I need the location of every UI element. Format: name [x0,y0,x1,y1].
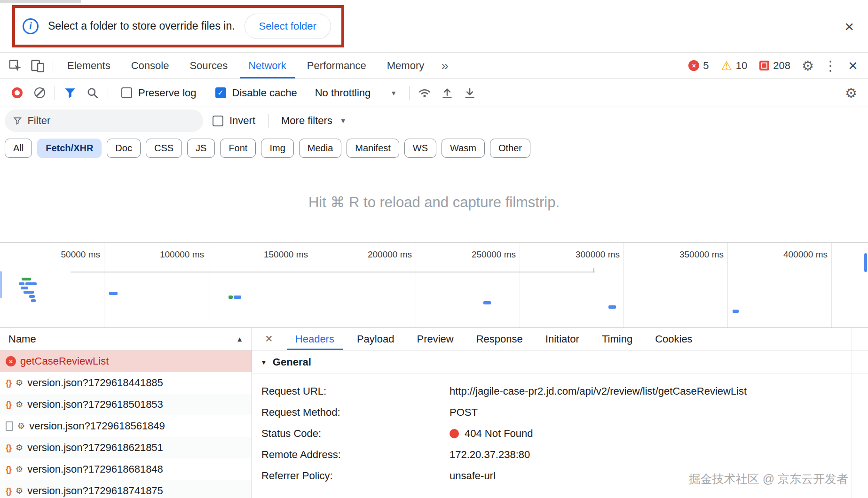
field-label: Request URL: [261,385,450,397]
chip-media[interactable]: Media [299,139,341,158]
chip-all[interactable]: All [5,139,32,158]
network-bottom-split: Name ▲ × getCaseReviewList {} ⚙ version.… [0,328,868,498]
details-tab-cookies[interactable]: Cookies [644,328,703,350]
details-tab-initiator[interactable]: Initiator [534,328,591,350]
request-row-version-json-1[interactable]: {} ⚙ version.json?1729618441885 [0,372,252,394]
disable-cache-checkbox[interactable]: ✓ [215,87,226,98]
details-tab-response[interactable]: Response [465,328,534,350]
tab-performance[interactable]: Performance [297,53,377,78]
details-tab-preview[interactable]: Preview [405,328,465,350]
field-status-code: Status Code: 404 Not Found [252,423,868,444]
warnings-badge[interactable]: ⚠ 10 [721,60,747,72]
highlight-annotation-box: i Select a folder to store override file… [12,5,344,47]
field-label: Remote Address: [261,449,450,461]
waterfall-mark [109,292,118,295]
chip-font[interactable]: Font [220,139,256,158]
import-har-icon[interactable] [436,86,458,100]
chip-ws[interactable]: WS [404,139,436,158]
gear-icon: ⚙ [16,399,23,410]
chip-fetch-xhr[interactable]: Fetch/XHR [37,139,102,158]
gridline [104,243,104,327]
request-row-version-json-5[interactable]: {} ⚙ version.json?1729618681848 [0,459,252,480]
waterfall-mark [24,291,34,294]
tab-sources[interactable]: Sources [179,53,238,78]
clear-icon [34,87,45,98]
request-row-version-json-2[interactable]: {} ⚙ version.json?1729618501853 [0,394,252,415]
chip-js[interactable]: JS [187,139,215,158]
throttling-select[interactable]: No throttling ▼ [315,87,397,99]
more-tabs-icon[interactable]: » [434,53,455,78]
issues-count: 208 [773,60,790,72]
waterfall-mark [19,282,24,285]
waterfall-mark [483,301,491,304]
chip-img[interactable]: Img [261,139,293,158]
details-tab-timing[interactable]: Timing [591,328,644,350]
field-label: Status Code: [261,428,450,440]
network-settings-gear-icon[interactable]: ⚙ [840,85,862,101]
gridline [831,243,832,327]
gridline [520,243,520,327]
status-badges: × 5 ⚠ 10 208 [682,53,797,78]
chip-manifest[interactable]: Manifest [347,139,399,158]
details-tab-headers[interactable]: Headers [284,328,346,350]
invert-toggle[interactable]: Invert [213,115,255,127]
field-value: unsafe-url [450,470,496,482]
request-name: version.json?1729618561849 [29,420,165,432]
request-list: Name ▲ × getCaseReviewList {} ⚙ version.… [0,328,252,498]
general-section-header[interactable]: ▼ General [252,350,868,374]
preserve-log-checkbox[interactable] [121,87,132,98]
invert-checkbox[interactable] [213,116,223,126]
request-row-version-json-3[interactable]: ⚙ version.json?1729618561849 [0,415,252,437]
chip-doc[interactable]: Doc [107,139,141,158]
preserve-log-toggle[interactable]: Preserve log [121,87,197,99]
export-har-icon[interactable] [458,86,481,100]
general-fields: Request URL: http://jagile-case-pr2.jd.c… [252,374,868,486]
details-tab-payload[interactable]: Payload [346,328,406,350]
tab-console[interactable]: Console [121,53,180,78]
network-overview-timeline[interactable]: 50000 ms 100000 ms 150000 ms 200000 ms 2… [0,242,868,328]
status-error-dot [450,429,459,438]
scrollbar-gutter[interactable] [852,328,852,498]
waterfall-mark [29,295,35,298]
tab-elements[interactable]: Elements [57,53,121,78]
request-name: version.json?1729618441885 [27,377,163,389]
filter-input-container[interactable] [5,109,203,132]
settings-gear-icon[interactable]: ⚙ [797,53,819,78]
filter-toggle-icon[interactable] [59,87,81,99]
request-name: version.json?1729618501853 [27,398,163,411]
infobar-close-icon[interactable]: × [844,18,854,34]
chip-other[interactable]: Other [490,139,530,158]
devtools-close-icon[interactable]: × [842,53,864,78]
gear-icon: ⚙ [16,464,23,475]
kebab-menu-icon[interactable]: ⋮ [819,53,842,78]
inspect-element-icon[interactable] [4,53,26,78]
request-row-getCaseReviewList[interactable]: × getCaseReviewList [0,350,252,372]
device-toolbar-icon[interactable] [26,53,49,78]
request-row-version-json-6[interactable]: {} ⚙ version.json?1729618741875 [0,480,252,498]
search-icon[interactable] [81,87,104,99]
timeline-tick: 300000 ms [549,249,620,260]
network-filter-row: Invert More filters ▼ [0,107,868,134]
chip-wasm[interactable]: Wasm [442,139,485,158]
disable-cache-toggle[interactable]: ✓ Disable cache [215,87,297,99]
filter-input[interactable] [27,115,195,127]
network-conditions-icon[interactable] [413,86,436,100]
request-row-version-json-4[interactable]: {} ⚙ version.json?1729618621851 [0,437,252,459]
tab-network[interactable]: Network [238,53,297,78]
name-column-header[interactable]: Name [8,333,36,345]
chip-css[interactable]: CSS [146,139,182,158]
tab-memory[interactable]: Memory [377,53,434,78]
waterfall-mark [31,299,36,302]
record-network-log-button[interactable] [6,87,28,98]
more-filters-button[interactable]: More filters ▼ [281,115,347,127]
select-folder-button[interactable]: Select folder [245,14,331,39]
field-value: http://jagile-case-pr2.jd.com/api/v2/rev… [450,385,747,397]
filter-funnel-icon [13,116,22,125]
gear-icon: ⚙ [16,486,23,496]
errors-badge[interactable]: × 5 [688,60,709,72]
clear-network-log-button[interactable] [28,87,51,98]
issues-badge[interactable]: 208 [759,60,790,72]
request-list-header[interactable]: Name ▲ [0,328,252,350]
details-close-icon[interactable]: × [254,328,284,350]
waterfall-mark [0,271,2,298]
